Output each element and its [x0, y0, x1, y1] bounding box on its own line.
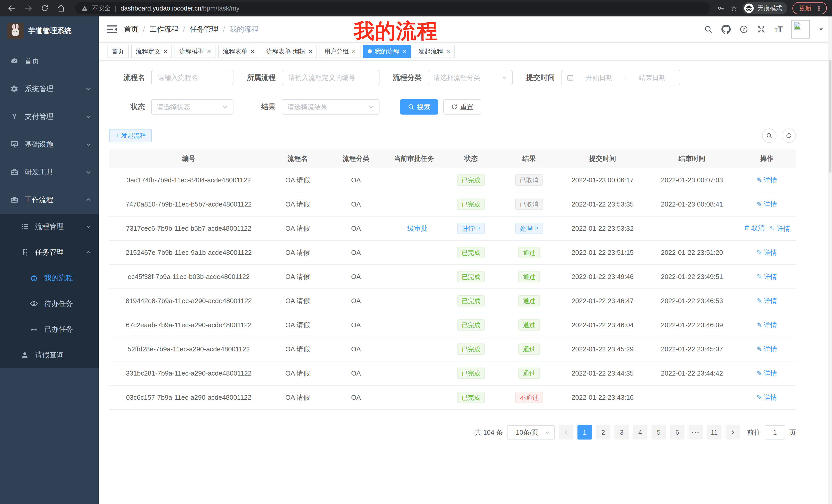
sidebar-item-支付管理[interactable]: ¥支付管理: [0, 103, 99, 131]
page-button-2[interactable]: 2: [596, 425, 610, 440]
avatar[interactable]: [791, 20, 810, 38]
filter-category-select[interactable]: 请选择流程分类: [428, 70, 513, 85]
detail-action[interactable]: ✎详情: [757, 393, 777, 402]
sidebar-item-请假查询[interactable]: 请假查询: [0, 342, 99, 368]
chevron-down-icon: [85, 141, 92, 147]
home-icon[interactable]: [54, 2, 68, 15]
search-button[interactable]: 搜索: [400, 99, 438, 115]
sidebar-item-我的流程[interactable]: 我的流程: [0, 265, 99, 291]
security-label[interactable]: 不安全: [92, 4, 110, 12]
more-pages-button[interactable]: ···: [688, 425, 703, 440]
table-row: 67c2eaab-7b9a-11ec-a290-acde48001122OA 请…: [109, 313, 796, 337]
scrollbar[interactable]: [828, 17, 832, 504]
tab-流程表单[interactable]: 流程表单×: [218, 45, 259, 58]
avatar-caret-icon[interactable]: [818, 27, 824, 32]
close-icon[interactable]: ×: [207, 48, 211, 55]
detail-action[interactable]: ✎详情: [757, 272, 777, 281]
close-icon[interactable]: ×: [251, 48, 254, 55]
detail-action[interactable]: ✎详情: [757, 320, 777, 330]
close-icon[interactable]: ×: [446, 48, 450, 55]
fullscreen-icon[interactable]: [757, 25, 766, 34]
cancel-action[interactable]: 取消: [744, 223, 765, 232]
sidebar-item-基础设施[interactable]: 基础设施: [0, 131, 99, 158]
goto-page-input[interactable]: 1: [765, 425, 785, 440]
page-button-4[interactable]: 4: [633, 425, 647, 440]
hamburger-icon[interactable]: [107, 25, 117, 34]
date-start-placeholder[interactable]: 开始日期: [577, 73, 622, 82]
scrollbar-thumb[interactable]: [829, 60, 831, 173]
next-page-button[interactable]: [726, 425, 740, 440]
update-button[interactable]: 更新 ⋮: [792, 2, 827, 15]
breadcrumb-item[interactable]: 工作流程: [150, 24, 178, 34]
tab-流程表单-编辑[interactable]: 流程表单-编辑×: [262, 45, 317, 58]
sidebar-item-待办任务[interactable]: 待办任务: [0, 291, 99, 316]
task-link[interactable]: 一级审批: [400, 224, 427, 233]
status-tag: 已完成: [457, 295, 485, 306]
detail-action[interactable]: ✎详情: [757, 176, 777, 185]
close-icon[interactable]: ×: [309, 48, 312, 55]
key-icon[interactable]: [717, 4, 725, 12]
url-text[interactable]: dashboard.yudao.iocoder.cn/bpm/task/my: [121, 5, 240, 12]
close-icon[interactable]: ×: [402, 48, 407, 55]
sidebar-item-工作流程[interactable]: 工作流程: [0, 186, 99, 214]
page-button-6[interactable]: 6: [670, 425, 684, 440]
tab-流程定义[interactable]: 流程定义×: [131, 45, 172, 58]
filter-name-input[interactable]: [151, 70, 233, 85]
sidebar-item-label: 已办任务: [44, 325, 92, 334]
tab-用户分组[interactable]: 用户分组×: [319, 45, 361, 58]
reset-button[interactable]: 重置: [443, 99, 481, 115]
tab-流程模型[interactable]: 流程模型×: [175, 45, 215, 58]
result-tag: 通过: [518, 368, 540, 379]
sidebar-item-任务管理[interactable]: 任务管理: [0, 240, 99, 265]
definition-input[interactable]: [287, 73, 374, 82]
gear-icon: [10, 85, 19, 93]
forward-icon[interactable]: [22, 2, 35, 15]
close-icon[interactable]: ×: [163, 48, 167, 55]
date-end-placeholder[interactable]: 结束日期: [630, 73, 675, 82]
breadcrumb-item[interactable]: 任务管理: [190, 24, 218, 34]
filter-status-select[interactable]: 请选择状态: [151, 99, 233, 115]
github-icon[interactable]: [722, 25, 731, 34]
page-size-select[interactable]: 10条/页: [507, 425, 555, 440]
detail-action[interactable]: ✎详情: [757, 297, 777, 305]
sidebar-item-首页[interactable]: 首页: [0, 47, 99, 75]
refresh-button[interactable]: [782, 129, 796, 143]
search-icon[interactable]: [704, 25, 713, 34]
url-bar[interactable]: 不安全 | dashboard.yudao.iocoder.cn/bpm/tas…: [75, 2, 710, 15]
tab-首页[interactable]: 首页: [107, 45, 129, 58]
sidebar-item-已办任务[interactable]: 已办任务: [0, 316, 99, 342]
sidebar-item-流程管理[interactable]: 流程管理: [0, 214, 99, 240]
font-size-icon[interactable]: TT: [774, 25, 783, 34]
close-icon[interactable]: ×: [352, 48, 356, 55]
bookmark-star-icon[interactable]: ☆: [730, 4, 737, 13]
sidebar-item-系统管理[interactable]: 系统管理: [0, 75, 99, 103]
app-logo: 芋道管理系统: [0, 17, 99, 45]
tab-发起流程[interactable]: 发起流程×: [414, 45, 454, 58]
filter-result-select[interactable]: 请选择流结果: [282, 99, 380, 115]
page-button-5[interactable]: 5: [651, 425, 666, 440]
create-process-button[interactable]: + 发起流程: [109, 129, 152, 142]
reload-icon[interactable]: [38, 2, 51, 15]
detail-action[interactable]: ✎详情: [770, 224, 790, 233]
prev-page-button[interactable]: [559, 425, 573, 440]
page-button-3[interactable]: 3: [615, 425, 629, 440]
detail-action[interactable]: ✎详情: [757, 200, 777, 209]
tab-我的流程[interactable]: 我的流程×: [363, 45, 411, 58]
show-search-button[interactable]: [762, 129, 777, 143]
detail-action[interactable]: ✎详情: [757, 345, 777, 354]
edit-icon: ✎: [757, 394, 762, 401]
back-icon[interactable]: [5, 2, 19, 15]
help-icon[interactable]: ?: [739, 25, 748, 34]
name-input[interactable]: [157, 73, 228, 82]
page-button-11[interactable]: 11: [707, 425, 722, 440]
filter-date-range[interactable]: 开始日期 - 结束日期: [561, 70, 680, 85]
page-button-1[interactable]: 1: [577, 425, 592, 440]
filter-definition-input[interactable]: [282, 70, 380, 85]
cell-submit-time: 2022-01-22 23:51:15: [559, 241, 646, 264]
breadcrumb-item[interactable]: 首页: [124, 24, 138, 34]
cell-status: 已完成: [443, 313, 499, 337]
detail-action[interactable]: ✎详情: [757, 369, 777, 378]
detail-action[interactable]: ✎详情: [757, 248, 777, 257]
sidebar-item-研发工具[interactable]: 研发工具: [0, 158, 99, 186]
browser-menu-icon[interactable]: ⋮: [815, 4, 822, 12]
